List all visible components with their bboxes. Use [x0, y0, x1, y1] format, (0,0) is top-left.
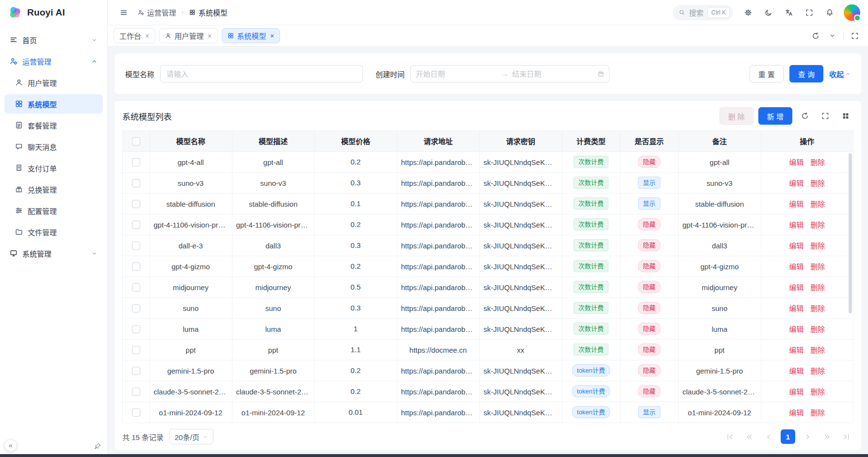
reset-button[interactable]: 重 置	[750, 65, 784, 82]
edit-link[interactable]: 编辑	[789, 221, 803, 229]
theme-toggle-button[interactable]	[760, 4, 777, 21]
first-page-button[interactable]	[722, 429, 737, 444]
content-area: 模型名称 创建时间 → 重 置 查 询 收起	[108, 47, 868, 457]
sidebar-toggle-button[interactable]	[115, 4, 132, 21]
sidebar-item-operations[interactable]: 运营管理	[4, 51, 103, 71]
row-checkbox[interactable]	[132, 408, 140, 417]
back-pages-button[interactable]	[742, 429, 756, 444]
notifications-button[interactable]	[821, 4, 838, 21]
row-checkbox[interactable]	[132, 304, 140, 312]
end-date-input[interactable]	[512, 70, 594, 78]
edit-link[interactable]: 编辑	[789, 408, 803, 417]
delete-link[interactable]: 删除	[810, 221, 825, 229]
delete-link[interactable]: 删除	[810, 158, 825, 166]
delete-link[interactable]: 删除	[810, 262, 825, 271]
sidebar-item-chat-messages[interactable]: 聊天消息	[4, 137, 103, 156]
table-scrollbar-thumb[interactable]	[849, 153, 852, 313]
next-page-button[interactable]	[800, 429, 815, 444]
language-button[interactable]	[781, 4, 797, 21]
row-checkbox[interactable]	[132, 346, 140, 354]
edit-link[interactable]: 编辑	[789, 346, 803, 354]
delete-link[interactable]: 删除	[810, 304, 825, 312]
page-size-select[interactable]: 20条/页	[169, 429, 213, 444]
close-icon[interactable]: ×	[270, 32, 275, 39]
edit-link[interactable]: 编辑	[789, 242, 803, 250]
delete-link[interactable]: 删除	[810, 325, 825, 333]
sidebar-item-packages[interactable]: 套餐管理	[4, 115, 103, 135]
column-settings-button[interactable]	[838, 108, 853, 124]
settings-button[interactable]	[740, 4, 756, 21]
delete-link[interactable]: 删除	[810, 408, 825, 417]
select-all-checkbox[interactable]	[132, 137, 140, 146]
row-checkbox[interactable]	[132, 388, 140, 396]
chevron-right-icon	[180, 10, 185, 15]
last-page-button[interactable]	[839, 429, 853, 444]
tabs-menu-button[interactable]	[825, 29, 839, 43]
delete-link[interactable]: 删除	[810, 200, 825, 208]
row-checkbox[interactable]	[132, 325, 140, 333]
delete-link[interactable]: 删除	[810, 283, 825, 292]
delete-link[interactable]: 删除	[810, 346, 825, 354]
sidebar-item-config[interactable]: 配置管理	[4, 201, 103, 220]
edit-link[interactable]: 编辑	[789, 283, 803, 292]
breadcrumb: 运营管理 系统模型	[138, 7, 228, 17]
refresh-page-button[interactable]	[808, 29, 823, 43]
sidebar-item-redeem[interactable]: 兑换管理	[4, 180, 103, 199]
sidebar-item-system[interactable]: 系统管理	[4, 244, 103, 263]
app-logo[interactable]: Ruoyi AI	[0, 0, 107, 25]
date-range-picker[interactable]: →	[410, 65, 609, 82]
tab-workbench[interactable]: 工作台 ×	[114, 28, 155, 43]
sidebar-item-pay-orders[interactable]: 支付订单	[4, 158, 103, 178]
model-desc-cell: claude-3-5-sonnet-20...	[236, 388, 311, 396]
current-page-button[interactable]: 1	[781, 429, 795, 444]
start-date-input[interactable]	[416, 70, 498, 78]
edit-link[interactable]: 编辑	[789, 200, 803, 208]
pin-icon[interactable]	[94, 442, 101, 450]
edit-link[interactable]: 编辑	[789, 367, 803, 375]
edit-link[interactable]: 编辑	[789, 304, 803, 312]
model-name-input[interactable]	[160, 65, 363, 82]
close-icon[interactable]: ×	[145, 32, 149, 39]
fullscreen-button[interactable]	[801, 4, 818, 21]
row-checkbox[interactable]	[132, 200, 140, 208]
edit-link[interactable]: 编辑	[789, 388, 803, 396]
row-checkbox[interactable]	[132, 283, 140, 292]
row-checkbox[interactable]	[132, 179, 140, 187]
edit-link[interactable]: 编辑	[789, 179, 803, 187]
sidebar-item-users[interactable]: 用户管理	[4, 73, 103, 92]
sidebar-item-models[interactable]: 系统模型	[4, 94, 103, 114]
delete-link[interactable]: 删除	[810, 179, 825, 187]
table-fullscreen-button[interactable]	[818, 108, 833, 124]
breadcrumb-item[interactable]: 运营管理	[138, 7, 176, 17]
global-search[interactable]: 搜索 Ctrl K	[673, 5, 733, 20]
tab-users[interactable]: 用户管理 ×	[159, 28, 218, 43]
row-checkbox[interactable]	[132, 242, 140, 250]
sidebar-item-home[interactable]: 首页	[4, 30, 103, 49]
edit-link[interactable]: 编辑	[789, 158, 803, 166]
close-icon[interactable]: ×	[208, 32, 212, 39]
sidebar-item-files[interactable]: 文件管理	[4, 222, 103, 242]
forward-pages-button[interactable]	[819, 429, 834, 444]
request-key-cell: sk-JIUQLNndqSeKWU...	[484, 179, 558, 187]
breadcrumb-item[interactable]: 系统模型	[189, 7, 228, 17]
batch-delete-button[interactable]: 删 除	[720, 107, 753, 125]
edit-link[interactable]: 编辑	[789, 325, 803, 333]
row-checkbox[interactable]	[132, 221, 140, 229]
prev-page-button[interactable]	[761, 429, 776, 444]
delete-link[interactable]: 删除	[810, 388, 825, 396]
tab-models[interactable]: 系统模型 ×	[222, 28, 280, 43]
refresh-table-button[interactable]	[797, 108, 813, 124]
content-fullscreen-button[interactable]	[848, 29, 862, 43]
model-name-cell: stable-diffusion	[166, 200, 215, 208]
sidebar-collapse-button[interactable]: «	[4, 439, 17, 452]
delete-link[interactable]: 删除	[810, 242, 825, 250]
row-checkbox[interactable]	[132, 262, 140, 271]
collapse-filter-link[interactable]: 收起	[829, 69, 851, 79]
delete-link[interactable]: 删除	[810, 367, 825, 375]
search-button[interactable]: 查 询	[789, 65, 823, 82]
user-avatar[interactable]	[844, 4, 860, 21]
row-checkbox[interactable]	[132, 367, 140, 375]
row-checkbox[interactable]	[132, 158, 140, 166]
edit-link[interactable]: 编辑	[789, 262, 803, 271]
add-button[interactable]: 新 增	[758, 107, 792, 125]
